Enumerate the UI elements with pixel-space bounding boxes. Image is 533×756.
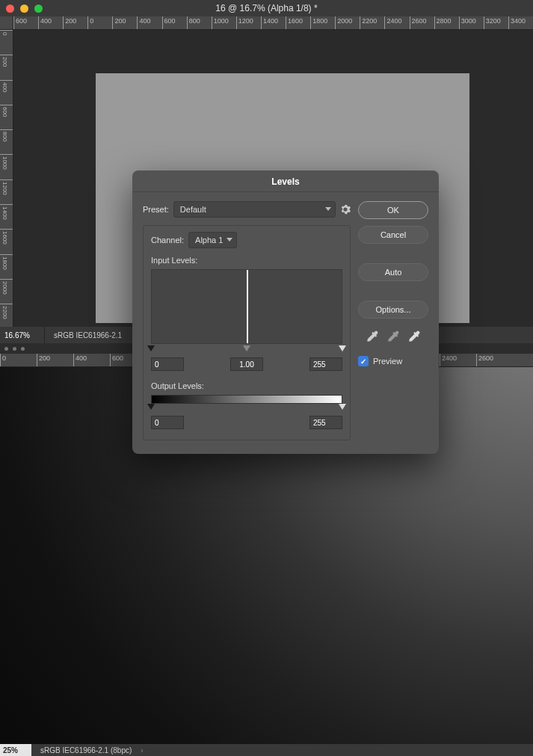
output-slider[interactable] [151, 404, 342, 413]
histogram[interactable] [151, 269, 342, 344]
chevron-down-icon [325, 207, 331, 211]
eyedropper-row [358, 330, 428, 343]
cancel-button[interactable]: Cancel [358, 226, 428, 244]
input-slider[interactable] [151, 345, 342, 354]
window-title: 16 @ 16.7% (Alpha 1/8) * [0, 3, 533, 13]
output-white-handle[interactable] [339, 404, 346, 410]
tab-dot[interactable] [13, 347, 16, 351]
status-bar: 25% sRGB IEC61966-2.1 (8bpc) › [0, 744, 533, 756]
white-eyedropper-icon[interactable] [407, 330, 421, 343]
input-levels-label: Input Levels: [151, 256, 342, 265]
channel-value: Alpha 1 [195, 236, 223, 245]
output-black-field[interactable] [151, 416, 184, 429]
channel-select[interactable]: Alpha 1 [188, 232, 237, 248]
preset-select[interactable]: Default [173, 201, 336, 218]
traffic-lights [6, 4, 43, 13]
black-eyedropper-icon[interactable] [366, 330, 379, 343]
color-profile-label[interactable]: sRGB IEC61966-2.1 [45, 331, 131, 339]
output-levels-label: Output Levels: [151, 381, 342, 390]
color-profile-label[interactable]: sRGB IEC61966-2.1 (8bpc) [31, 746, 141, 755]
gear-icon[interactable] [340, 204, 351, 215]
ruler-corner [0, 16, 13, 30]
fullscreen-window-button[interactable] [34, 4, 43, 13]
preview-checkbox[interactable]: ✓ [358, 356, 369, 366]
chevron-right-icon[interactable]: › [141, 746, 143, 755]
preset-value: Default [180, 205, 206, 214]
zoom-field[interactable]: 25% [0, 744, 31, 756]
output-gradient[interactable] [151, 395, 342, 404]
preset-label: Preset: [143, 205, 169, 214]
preview-label: Preview [373, 357, 402, 366]
chevron-down-icon [227, 238, 232, 242]
input-white-field[interactable] [309, 357, 342, 371]
input-black-field[interactable] [151, 357, 184, 371]
titlebar: 16 @ 16.7% (Alpha 1/8) * [0, 0, 533, 16]
zoom-field[interactable]: 16.67% [0, 327, 45, 343]
input-gamma-field[interactable] [230, 357, 263, 371]
black-point-handle[interactable] [147, 345, 155, 351]
output-white-field[interactable] [309, 416, 342, 429]
gamma-handle[interactable] [243, 345, 250, 351]
tab-dot[interactable] [21, 347, 25, 351]
close-window-button[interactable] [6, 4, 14, 13]
tab-dot[interactable] [4, 347, 8, 351]
auto-button[interactable]: Auto [358, 263, 428, 281]
ok-button[interactable]: OK [358, 201, 428, 219]
gray-eyedropper-icon[interactable] [386, 330, 400, 343]
channel-label: Channel: [151, 236, 184, 245]
levels-dialog: Levels Preset: Default Channel: Alpha 1 [132, 170, 439, 454]
minimize-window-button[interactable] [20, 4, 28, 13]
output-black-handle[interactable] [147, 404, 155, 410]
ruler-horizontal[interactable]: 6004002000200400600800100012001400160018… [13, 16, 533, 30]
histogram-peak [247, 270, 248, 343]
white-point-handle[interactable] [339, 345, 346, 351]
levels-fieldset: Channel: Alpha 1 Input Levels: [143, 225, 351, 440]
options-button[interactable]: Options... [358, 301, 428, 319]
dialog-title: Levels [132, 170, 439, 192]
ruler-vertical[interactable]: 0200400600800100012001400160018002000220… [0, 30, 13, 327]
